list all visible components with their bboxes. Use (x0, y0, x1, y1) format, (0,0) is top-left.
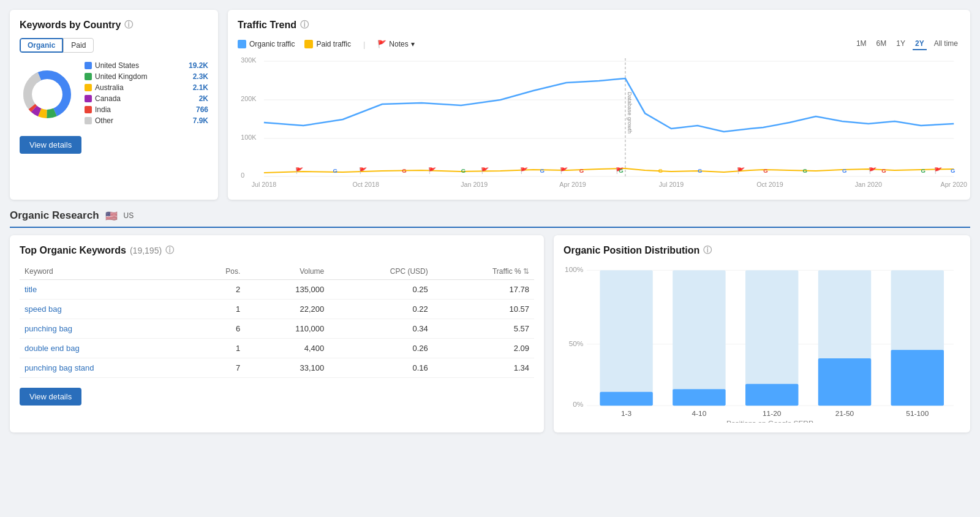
keywords-table-view-details-button[interactable]: View details (20, 388, 81, 406)
svg-text:G: G (540, 168, 545, 174)
table-row: title 2 135,000 0.25 17.78 (20, 280, 534, 300)
svg-text:11-20: 11-20 (763, 410, 781, 417)
svg-text:🚩: 🚩 (869, 167, 876, 175)
donut-chart (20, 67, 75, 122)
keywords-table: Keyword Pos. Volume CPC (USD) Traffic % … (20, 263, 534, 378)
keywords-info-icon[interactable]: ⓘ (124, 20, 133, 31)
keyword-link[interactable]: title (20, 280, 192, 300)
time-btn-6m[interactable]: 6M (874, 38, 889, 50)
pos-cell: 1 (192, 339, 245, 358)
ca-color (85, 95, 92, 102)
keyword-link[interactable]: punching bag (20, 319, 192, 339)
legend-item-ca: Canada 2K (85, 94, 208, 103)
svg-text:🚩: 🚩 (737, 167, 745, 175)
svg-text:G: G (881, 168, 886, 174)
col-traffic: Traffic % ⇅ (433, 263, 534, 280)
svg-text:Jan 2019: Jan 2019 (461, 181, 488, 188)
table-row: speed bag 1 22,200 0.22 10.57 (20, 300, 534, 319)
svg-text:G: G (402, 168, 407, 174)
svg-text:Database growth: Database growth (627, 92, 633, 134)
svg-text:Jul 2019: Jul 2019 (659, 181, 684, 188)
svg-text:G: G (461, 168, 466, 174)
volume-cell: 110,000 (245, 319, 329, 339)
traffic-trend-card: Traffic Trend ⓘ Organic traffic Paid tra… (228, 10, 970, 200)
other-color (85, 117, 92, 124)
us-flag: 🇺🇸 (105, 210, 118, 222)
us-name: United States (95, 61, 139, 70)
organic-dot (238, 40, 246, 48)
other-name: Other (95, 116, 113, 125)
svg-text:🚩: 🚩 (560, 167, 568, 175)
position-dist-info-icon[interactable]: ⓘ (703, 245, 712, 256)
keywords-by-country-card: Keywords by Country ⓘ Organic Paid (10, 10, 218, 200)
svg-text:Apr 2019: Apr 2019 (559, 181, 586, 188)
keyword-link[interactable]: speed bag (20, 300, 192, 319)
keywords-view-details-button[interactable]: View details (20, 136, 81, 154)
keywords-count: (19,195) (130, 246, 162, 255)
top-organic-keywords-card: Top Organic Keywords (19,195) ⓘ Keyword … (10, 235, 544, 432)
svg-text:1-3: 1-3 (621, 410, 631, 417)
svg-text:🚩: 🚩 (359, 167, 367, 175)
position-dist-chart: 100% 50% 0% (564, 263, 960, 423)
svg-text:Positions on Google SERP: Positions on Google SERP (726, 420, 813, 423)
pos-cell: 7 (192, 358, 245, 378)
svg-text:🚩: 🚩 (520, 167, 528, 175)
svg-text:🚩: 🚩 (481, 167, 489, 175)
svg-text:200K: 200K (241, 96, 256, 102)
svg-rect-56 (600, 270, 652, 406)
paid-traffic-legend: Paid traffic (304, 40, 350, 48)
notes-button[interactable]: 🚩 Notes ▾ (377, 40, 414, 48)
table-header-row: Keyword Pos. Volume CPC (USD) Traffic % … (20, 263, 534, 280)
ca-name: Canada (95, 94, 121, 103)
notes-label: Notes (389, 40, 408, 48)
organic-legend-label: Organic traffic (249, 40, 295, 48)
traffic-cell: 5.57 (433, 319, 534, 339)
time-btn-1y[interactable]: 1Y (894, 38, 908, 50)
traffic-info-icon[interactable]: ⓘ (300, 20, 309, 31)
uk-name: United Kingdom (95, 72, 147, 81)
country-legend: United States 19.2K United Kingdom 2.3K … (85, 61, 208, 127)
tab-organic[interactable]: Organic (20, 38, 63, 53)
legend-item-au: Australia 2.1K (85, 83, 208, 92)
svg-text:100%: 100% (565, 266, 584, 273)
keyword-link[interactable]: double end bag (20, 339, 192, 358)
time-range-buttons: 1M 6M 1Y 2Y All time (854, 38, 960, 50)
svg-text:Jul 2018: Jul 2018 (252, 181, 277, 188)
svg-text:G: G (763, 168, 768, 174)
keyword-link[interactable]: punching bag stand (20, 358, 192, 378)
us-color (85, 62, 92, 69)
col-keyword: Keyword (20, 263, 192, 280)
svg-rect-57 (600, 392, 652, 406)
col-pos: Pos. (192, 263, 245, 280)
traffic-cell: 17.78 (433, 280, 534, 300)
volume-cell: 135,000 (245, 280, 329, 300)
svg-point-7 (32, 80, 62, 109)
pos-cell: 6 (192, 319, 245, 339)
time-btn-1m[interactable]: 1M (854, 38, 869, 50)
svg-text:G: G (619, 168, 624, 174)
svg-text:Oct 2019: Oct 2019 (756, 181, 783, 188)
organic-traffic-legend: Organic traffic (238, 40, 295, 48)
keywords-table-info-icon[interactable]: ⓘ (165, 245, 174, 256)
filter-icon[interactable]: ⇅ (523, 267, 529, 276)
table-row: double end bag 1 4,400 0.26 2.09 (20, 339, 534, 358)
tab-paid[interactable]: Paid (63, 38, 94, 53)
time-btn-all[interactable]: All time (932, 38, 960, 50)
svg-text:4-10: 4-10 (692, 410, 707, 417)
time-btn-2y[interactable]: 2Y (913, 38, 927, 50)
pos-cell: 1 (192, 300, 245, 319)
notes-chevron: ▾ (411, 40, 415, 48)
volume-cell: 33,100 (245, 358, 329, 378)
svg-text:G: G (842, 168, 847, 174)
svg-rect-63 (818, 358, 871, 406)
svg-rect-59 (673, 389, 725, 406)
table-row: punching bag 6 110,000 0.34 5.57 (20, 319, 534, 339)
other-value: 7.9K (193, 116, 208, 125)
traffic-card-title-text: Traffic Trend (238, 20, 296, 31)
svg-rect-58 (673, 270, 725, 406)
svg-text:300K: 300K (241, 57, 256, 64)
svg-text:🚩: 🚩 (934, 167, 942, 175)
us-label: US (124, 211, 134, 220)
au-name: Australia (95, 83, 124, 92)
legend-item-uk: United Kingdom 2.3K (85, 72, 208, 81)
